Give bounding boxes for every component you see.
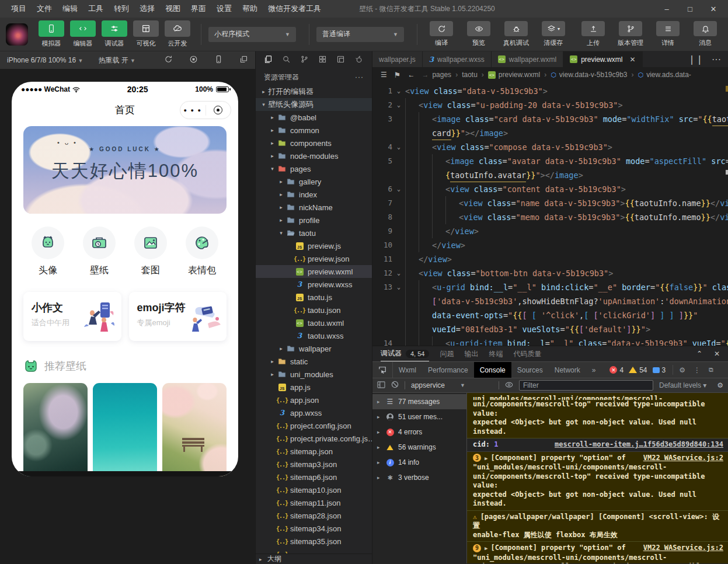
tree-item[interactable]: {..} xyxy=(256,548,372,553)
inspect-icon[interactable] xyxy=(372,362,393,378)
详情-button[interactable]: 详情 xyxy=(651,21,685,47)
breadcrumb-item[interactable]: ⬡view.ads.data- xyxy=(638,71,691,79)
tree-item-taotu.wxml[interactable]: <>taotu.wxml xyxy=(256,316,372,329)
feature-card[interactable]: 小作文适合中午用 xyxy=(23,292,121,341)
kebab-menu-icon[interactable]: ⋮ xyxy=(694,366,701,374)
console-row[interactable]: uni_modules/mescroll-uni/components/mesc… xyxy=(467,393,728,438)
console-filter-error[interactable]: ▸✕4 errors xyxy=(372,424,466,440)
restart-simulator-icon[interactable] xyxy=(164,55,173,65)
wechat-capsule[interactable]: ● ● ● xyxy=(180,101,231,119)
tab-wallpaper.wxml[interactable]: <>wallpaper.wxml xyxy=(492,51,563,67)
console-row[interactable]: VM22 WAService.js:29▶[Component] propert… xyxy=(467,542,728,563)
devtools-tab-Console[interactable]: Console xyxy=(474,362,511,378)
maximize-button[interactable]: □ xyxy=(686,5,694,13)
可视化-button[interactable]: 可视化 xyxy=(131,20,161,48)
fold-icon[interactable]: ⌄ xyxy=(392,98,405,112)
devtools-tab-»[interactable]: » xyxy=(586,362,602,378)
grid-icon[interactable] xyxy=(314,55,332,66)
menu-item[interactable]: 视图 xyxy=(160,4,186,14)
tree-item-app.json[interactable]: {..}app.json xyxy=(256,394,372,406)
tree-item-preview.wxml[interactable]: <>preview.wxml xyxy=(256,265,372,278)
breadcrumb-item[interactable]: taotu xyxy=(462,71,478,79)
tab-wallpaper.wxss[interactable]: 3wallpaper.wxss xyxy=(423,51,492,67)
fold-icon[interactable]: ⌄ xyxy=(392,84,405,98)
detach-window-icon[interactable] xyxy=(239,55,248,65)
breadcrumb-item[interactable]: pages xyxy=(432,71,451,79)
minimize-button[interactable]: – xyxy=(663,5,671,13)
close-icon[interactable]: ✕ xyxy=(714,350,720,358)
console-settings-icon[interactable]: ⚙ xyxy=(717,381,723,389)
上传-button[interactable]: 上传 xyxy=(576,21,610,47)
fold-icon[interactable]: ⌄ xyxy=(392,182,405,196)
tree-item-index[interactable]: ▸index xyxy=(256,188,372,201)
log-levels-select[interactable]: Default levels ▾ xyxy=(659,381,706,389)
menu-item[interactable]: 工具 xyxy=(83,4,109,14)
feature-card[interactable]: emoji字符专属emoji xyxy=(129,292,227,341)
tree-item-pages[interactable]: ▾pages xyxy=(256,162,372,175)
debugger-tab-终端[interactable]: 终端 xyxy=(489,346,503,361)
grid-item-camera[interactable]: 壁纸 xyxy=(79,227,119,277)
模拟器-button[interactable]: 模拟器 xyxy=(36,20,67,48)
menu-item[interactable]: 微信开发者工具 xyxy=(263,4,326,14)
source-link[interactable]: VM22 WAService.js:2 xyxy=(643,544,723,553)
menu-item[interactable]: 帮助 xyxy=(237,4,263,14)
调试器-button[interactable]: 调试器 xyxy=(99,20,130,48)
device-icon[interactable] xyxy=(214,55,223,65)
tree-item-sitemap6.json[interactable]: {..}sitemap6.json xyxy=(256,471,372,483)
outline-icon[interactable]: ☰ xyxy=(381,71,387,79)
console-row[interactable]: VM22 WAService.js:23▶[Component] propert… xyxy=(467,452,728,511)
console-filter-warn[interactable]: ▸56 warnings xyxy=(372,440,466,455)
tree-item-@babel[interactable]: ▸@babel xyxy=(256,111,372,124)
clear-console-icon[interactable] xyxy=(391,381,399,390)
tree-item-profile[interactable]: ▸profile xyxy=(256,214,372,227)
close-button[interactable]: ✕ xyxy=(709,5,717,13)
tree-item-project.config.json[interactable]: {..}project.config.json xyxy=(256,419,372,432)
menu-item[interactable]: 界面 xyxy=(186,4,211,14)
tree-item-sitemap35.json[interactable]: {..}sitemap35.json xyxy=(256,535,372,548)
expand-arrow[interactable]: ▶ xyxy=(485,455,487,461)
fold-icon[interactable]: ⌄ xyxy=(392,266,405,280)
breadcrumb-item[interactable]: <>preview.wxml xyxy=(488,71,540,79)
tree-item-gallery[interactable]: ▸gallery xyxy=(256,175,372,188)
menu-item[interactable]: 文件 xyxy=(32,4,57,14)
tree-item-taotu.js[interactable]: JStaotu.js xyxy=(256,291,372,304)
tree-item-[interactable]: ▾壁纸头像源码 xyxy=(256,98,372,111)
版本管理-button[interactable]: 版本管理 xyxy=(614,21,647,47)
wallpaper-thumb-forest[interactable] xyxy=(23,383,88,476)
menu-item[interactable]: 编辑 xyxy=(57,4,83,14)
debugger-tab-问题[interactable]: 问题 xyxy=(440,346,454,361)
filter-input[interactable]: Filter xyxy=(519,380,653,391)
split-editor-icon[interactable]: ❘❘ xyxy=(688,54,703,65)
branch-icon[interactable] xyxy=(295,55,314,66)
tree-item-wallpaper[interactable]: ▸wallpaper xyxy=(256,342,372,355)
fold-icon[interactable]: ⌄ xyxy=(392,280,405,294)
forward-icon[interactable]: → xyxy=(422,71,429,79)
console-filter-bug[interactable]: ▸✱3 verbose xyxy=(372,470,466,485)
menu-item[interactable]: 转到 xyxy=(109,4,134,14)
console-row[interactable]: mescroll-more-item.j…1f56d3e5d89d840:134… xyxy=(467,438,728,452)
tree-item-[interactable]: ▸打开的编辑器 xyxy=(256,85,372,98)
tree-item-static[interactable]: ▸static xyxy=(256,355,372,368)
more-actions-icon[interactable]: ··· xyxy=(712,54,721,65)
wallpaper-thumb-sea[interactable] xyxy=(93,383,157,476)
tree-item-sitemap.json[interactable]: {..}sitemap.json xyxy=(256,445,372,458)
settings-gear-icon[interactable]: ⚙ xyxy=(679,366,685,374)
tree-item-sitemap10.json[interactable]: {..}sitemap10.json xyxy=(256,483,372,496)
tree-item-app.wxss[interactable]: 3app.wxss xyxy=(256,406,372,419)
tree-item-project.private.config.js[interactable]: {..}project.private.config.js… xyxy=(256,432,372,445)
banner-image[interactable]: • ᴗ • ★ GOOD LUCK ★ 天天好心情100% xyxy=(23,126,227,214)
清缓存-button[interactable]: ▾清缓存 xyxy=(537,21,570,47)
more-icon[interactable]: ● ● ● xyxy=(180,107,205,113)
grid-item-avatar[interactable]: 头像 xyxy=(28,227,68,277)
debugger-tab-调试器[interactable]: 调试器4, 54 xyxy=(381,346,429,361)
console-filter-list[interactable]: ▸☰77 messages xyxy=(372,394,466,409)
more-actions-icon[interactable]: ··· xyxy=(355,73,364,81)
tree-item-preview.js[interactable]: JSpreview.js xyxy=(256,239,372,252)
云开发-button[interactable]: 云开发 xyxy=(162,20,193,48)
devtools-tab-Performance[interactable]: Performance xyxy=(422,362,474,378)
tree-item-nickName[interactable]: ▸nickName xyxy=(256,201,372,214)
tree-item-components[interactable]: ▸components xyxy=(256,137,372,149)
error-count[interactable]: ✕4 xyxy=(609,366,623,374)
mode-select[interactable]: 小程序模式▼ xyxy=(208,27,296,42)
collapse-icon[interactable]: ⌃ xyxy=(696,350,702,358)
